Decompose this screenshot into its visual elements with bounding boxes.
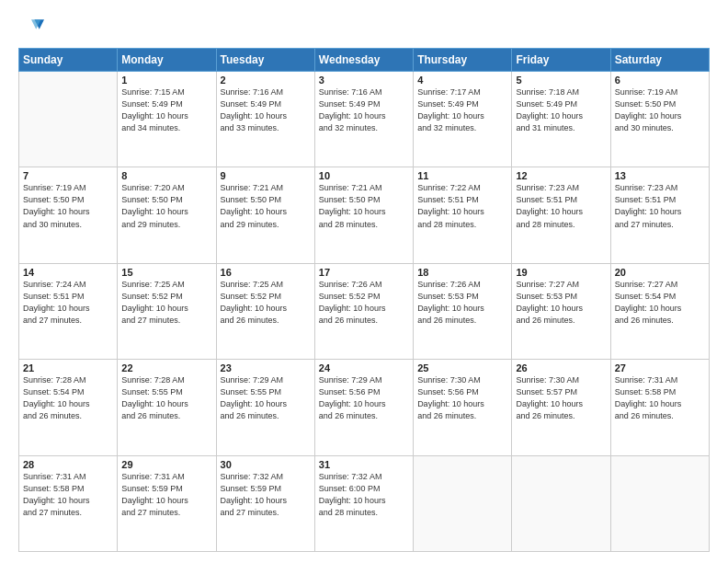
calendar-cell: 5Sunrise: 7:18 AM Sunset: 5:49 PM Daylig…: [512, 72, 610, 167]
day-number: 19: [516, 267, 606, 278]
day-info: Sunrise: 7:25 AM Sunset: 5:52 PM Dayligh…: [221, 279, 311, 327]
weekday-header-row: SundayMondayTuesdayWednesdayThursdayFrid…: [19, 49, 710, 72]
day-info: Sunrise: 7:19 AM Sunset: 5:50 PM Dayligh…: [615, 86, 705, 134]
calendar-cell: 10Sunrise: 7:21 AM Sunset: 5:50 PM Dayli…: [314, 167, 413, 263]
day-info: Sunrise: 7:29 AM Sunset: 5:55 PM Dayligh…: [221, 374, 311, 422]
day-info: Sunrise: 7:16 AM Sunset: 5:49 PM Dayligh…: [221, 86, 311, 134]
day-number: 28: [23, 459, 113, 470]
day-info: Sunrise: 7:21 AM Sunset: 5:50 PM Dayligh…: [319, 182, 409, 230]
calendar-cell: 31Sunrise: 7:32 AM Sunset: 6:00 PM Dayli…: [314, 455, 413, 551]
day-number: 20: [615, 267, 705, 278]
weekday-header-thursday: Thursday: [414, 49, 512, 72]
day-number: 22: [121, 362, 211, 373]
logo-icon: [18, 15, 44, 40]
calendar-cell: 13Sunrise: 7:23 AM Sunset: 5:51 PM Dayli…: [610, 167, 709, 263]
day-info: Sunrise: 7:26 AM Sunset: 5:53 PM Dayligh…: [417, 279, 507, 327]
day-number: 29: [121, 459, 211, 470]
calendar-cell: 21Sunrise: 7:28 AM Sunset: 5:54 PM Dayli…: [19, 360, 118, 455]
calendar-cell: 17Sunrise: 7:26 AM Sunset: 5:52 PM Dayli…: [314, 263, 413, 359]
week-row-1: 7Sunrise: 7:19 AM Sunset: 5:50 PM Daylig…: [19, 167, 710, 263]
day-number: 4: [417, 75, 507, 86]
calendar-cell: 25Sunrise: 7:30 AM Sunset: 5:56 PM Dayli…: [414, 360, 512, 455]
day-number: 30: [221, 459, 311, 470]
calendar-cell: 20Sunrise: 7:27 AM Sunset: 5:54 PM Dayli…: [610, 263, 709, 359]
calendar-cell: 24Sunrise: 7:29 AM Sunset: 5:56 PM Dayli…: [314, 360, 413, 455]
day-number: 2: [221, 75, 311, 86]
day-info: Sunrise: 7:31 AM Sunset: 5:58 PM Dayligh…: [23, 471, 113, 519]
calendar-cell: 27Sunrise: 7:31 AM Sunset: 5:58 PM Dayli…: [610, 360, 709, 455]
weekday-header-monday: Monday: [118, 49, 216, 72]
week-row-3: 21Sunrise: 7:28 AM Sunset: 5:54 PM Dayli…: [19, 360, 710, 455]
day-info: Sunrise: 7:29 AM Sunset: 5:56 PM Dayligh…: [319, 374, 409, 422]
day-number: 16: [221, 267, 311, 278]
day-number: 17: [319, 267, 409, 278]
day-info: Sunrise: 7:32 AM Sunset: 6:00 PM Dayligh…: [319, 471, 409, 519]
calendar-cell: 26Sunrise: 7:30 AM Sunset: 5:57 PM Dayli…: [512, 360, 610, 455]
day-number: 14: [23, 267, 113, 278]
day-number: 18: [417, 267, 507, 278]
logo: [18, 15, 48, 40]
calendar-cell: [610, 455, 709, 551]
day-number: 23: [221, 362, 311, 373]
calendar-cell: 3Sunrise: 7:16 AM Sunset: 5:49 PM Daylig…: [314, 72, 413, 167]
calendar-cell: [414, 455, 512, 551]
day-info: Sunrise: 7:24 AM Sunset: 5:51 PM Dayligh…: [23, 279, 113, 327]
day-info: Sunrise: 7:20 AM Sunset: 5:50 PM Dayligh…: [121, 182, 211, 230]
weekday-header-tuesday: Tuesday: [216, 49, 314, 72]
calendar-cell: 2Sunrise: 7:16 AM Sunset: 5:49 PM Daylig…: [216, 72, 314, 167]
day-info: Sunrise: 7:28 AM Sunset: 5:54 PM Dayligh…: [23, 374, 113, 422]
day-number: 12: [516, 170, 606, 181]
day-info: Sunrise: 7:17 AM Sunset: 5:49 PM Dayligh…: [417, 86, 507, 134]
day-number: 8: [121, 170, 211, 181]
week-row-0: 1Sunrise: 7:15 AM Sunset: 5:49 PM Daylig…: [19, 72, 710, 167]
weekday-header-sunday: Sunday: [19, 49, 118, 72]
day-info: Sunrise: 7:23 AM Sunset: 5:51 PM Dayligh…: [615, 182, 705, 230]
day-number: 25: [417, 362, 507, 373]
day-info: Sunrise: 7:26 AM Sunset: 5:52 PM Dayligh…: [319, 279, 409, 327]
day-number: 15: [121, 267, 211, 278]
calendar-cell: 23Sunrise: 7:29 AM Sunset: 5:55 PM Dayli…: [216, 360, 314, 455]
calendar-cell: 1Sunrise: 7:15 AM Sunset: 5:49 PM Daylig…: [118, 72, 216, 167]
day-number: 31: [319, 459, 409, 470]
day-info: Sunrise: 7:27 AM Sunset: 5:53 PM Dayligh…: [516, 279, 606, 327]
day-info: Sunrise: 7:18 AM Sunset: 5:49 PM Dayligh…: [516, 86, 606, 134]
calendar-cell: 11Sunrise: 7:22 AM Sunset: 5:51 PM Dayli…: [414, 167, 512, 263]
day-number: 6: [615, 75, 705, 86]
day-number: 3: [319, 75, 409, 86]
day-info: Sunrise: 7:31 AM Sunset: 5:59 PM Dayligh…: [121, 471, 211, 519]
day-info: Sunrise: 7:30 AM Sunset: 5:56 PM Dayligh…: [417, 374, 507, 422]
calendar-cell: 4Sunrise: 7:17 AM Sunset: 5:49 PM Daylig…: [414, 72, 512, 167]
day-number: 5: [516, 75, 606, 86]
day-info: Sunrise: 7:32 AM Sunset: 5:59 PM Dayligh…: [221, 471, 311, 519]
day-number: 27: [615, 362, 705, 373]
day-number: 7: [23, 170, 113, 181]
day-info: Sunrise: 7:30 AM Sunset: 5:57 PM Dayligh…: [516, 374, 606, 422]
day-info: Sunrise: 7:31 AM Sunset: 5:58 PM Dayligh…: [615, 374, 705, 422]
calendar-cell: [19, 72, 118, 167]
week-row-2: 14Sunrise: 7:24 AM Sunset: 5:51 PM Dayli…: [19, 263, 710, 359]
calendar-cell: 22Sunrise: 7:28 AM Sunset: 5:55 PM Dayli…: [118, 360, 216, 455]
calendar-cell: 29Sunrise: 7:31 AM Sunset: 5:59 PM Dayli…: [118, 455, 216, 551]
calendar-cell: 19Sunrise: 7:27 AM Sunset: 5:53 PM Dayli…: [512, 263, 610, 359]
day-info: Sunrise: 7:28 AM Sunset: 5:55 PM Dayligh…: [121, 374, 211, 422]
day-info: Sunrise: 7:23 AM Sunset: 5:51 PM Dayligh…: [516, 182, 606, 230]
calendar-cell: 8Sunrise: 7:20 AM Sunset: 5:50 PM Daylig…: [118, 167, 216, 263]
weekday-header-wednesday: Wednesday: [314, 49, 413, 72]
calendar-cell: 7Sunrise: 7:19 AM Sunset: 5:50 PM Daylig…: [19, 167, 118, 263]
calendar-cell: [512, 455, 610, 551]
day-info: Sunrise: 7:27 AM Sunset: 5:54 PM Dayligh…: [615, 279, 705, 327]
day-info: Sunrise: 7:16 AM Sunset: 5:49 PM Dayligh…: [319, 86, 409, 134]
day-number: 10: [319, 170, 409, 181]
calendar-cell: 12Sunrise: 7:23 AM Sunset: 5:51 PM Dayli…: [512, 167, 610, 263]
day-number: 24: [319, 362, 409, 373]
day-info: Sunrise: 7:19 AM Sunset: 5:50 PM Dayligh…: [23, 182, 113, 230]
day-number: 9: [221, 170, 311, 181]
calendar-cell: 16Sunrise: 7:25 AM Sunset: 5:52 PM Dayli…: [216, 263, 314, 359]
calendar-cell: 14Sunrise: 7:24 AM Sunset: 5:51 PM Dayli…: [19, 263, 118, 359]
page: SundayMondayTuesdayWednesdayThursdayFrid…: [0, 0, 728, 563]
calendar-cell: 15Sunrise: 7:25 AM Sunset: 5:52 PM Dayli…: [118, 263, 216, 359]
calendar-cell: 18Sunrise: 7:26 AM Sunset: 5:53 PM Dayli…: [414, 263, 512, 359]
day-info: Sunrise: 7:15 AM Sunset: 5:49 PM Dayligh…: [121, 86, 211, 134]
day-number: 21: [23, 362, 113, 373]
calendar-cell: 6Sunrise: 7:19 AM Sunset: 5:50 PM Daylig…: [610, 72, 709, 167]
